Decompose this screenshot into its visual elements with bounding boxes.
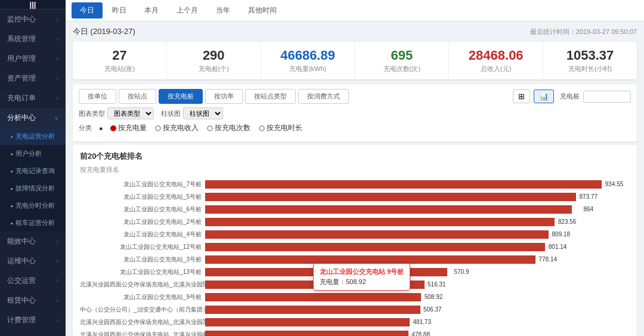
tab-custom[interactable]: 其他时间 — [240, 2, 285, 19]
sidebar-item-monitor[interactable]: 监控中心 › — [0, 10, 66, 29]
bar-fill: 570.9 — [205, 268, 447, 276]
bar-area: 778.14 — [205, 255, 630, 264]
radio-charge[interactable]: 按充电量 — [110, 123, 147, 133]
bar-row[interactable]: 龙山工业园公交充电站_9号桩508.92龙山工业园公交充电站 9号桩充电量：50… — [80, 292, 630, 303]
bar-row[interactable]: 北溪兴业园西面公交停保场充电站_北溪兴业园4号桩478.88 — [80, 329, 630, 336]
bar-area: 506.37 — [205, 306, 630, 314]
sidebar-item-order[interactable]: 充电订单 › — [0, 88, 66, 108]
bar-row[interactable]: 龙山工业园公交充电站_12号桩801.14 — [80, 242, 630, 252]
radio-label-duration: 按充电时长 — [267, 123, 302, 133]
chart-type-select[interactable]: 图表类型 柱状图 折线图 — [107, 107, 154, 119]
sub-item-icon: ▪ — [11, 185, 13, 192]
sidebar-item-car-analysis[interactable]: ▪ 租车运营分析 — [0, 214, 66, 232]
stat-value-duration: 1053.37 — [552, 48, 628, 63]
sidebar-item-charge-analysis[interactable]: ▪ 充电运营分析 — [0, 128, 66, 145]
filter-stationtype-btn[interactable]: 按站点类型 — [245, 89, 296, 104]
status-select[interactable]: 柱状图 折线图 — [183, 107, 223, 119]
sub-item-label: 充电分时分析 — [16, 201, 55, 210]
sidebar: ||| 监控中心 › 系统管理 › 用户管理 › 资产管理 › 充电订单 › 分… — [0, 0, 66, 336]
pile-search-input[interactable] — [583, 91, 631, 103]
sidebar-item-charge-split[interactable]: ▪ 充电分时分析 — [0, 197, 66, 214]
bar-fill: 478.88 — [205, 331, 408, 336]
sidebar-item-bus[interactable]: 公交运营 › — [0, 271, 66, 291]
sidebar-item-charge-record[interactable]: ▪ 充电记录查询 — [0, 162, 66, 180]
bar-label: 龙山工业园公交充电站_7号桩 — [80, 180, 205, 189]
sub-item-label: 租车运营分析 — [16, 218, 55, 227]
bar-view-btn[interactable]: 📊 — [534, 90, 554, 103]
sidebar-item-user-analysis[interactable]: ▪ 用户分析 — [0, 145, 66, 162]
tab-lastmonth[interactable]: 上个月 — [168, 2, 206, 19]
bar-row[interactable]: 龙山工业园公交充电站_5号桩873.77 — [80, 192, 630, 202]
bar-label: 龙山工业园公交充电站_6号桩 — [80, 205, 205, 214]
bar-row[interactable]: 龙山工业园公交充电站_7号桩934.55 — [80, 179, 630, 190]
bar-value-label: 809.18 — [552, 230, 571, 239]
bar-row[interactable]: 龙山工业园公交充电站_13号桩570.9 — [80, 267, 630, 278]
filter-unit-btn[interactable]: 按单位 — [79, 89, 116, 104]
sidebar-item-analysis[interactable]: 分析中心 ∨ — [0, 108, 66, 128]
sidebar-item-energy[interactable]: 能效中心 › — [0, 232, 66, 251]
sidebar-item-label: 资产管理 — [7, 73, 36, 84]
bar-label: 北溪兴业园西面公交停保场充电站_北溪兴业园5号桩 — [80, 280, 205, 289]
bar-row[interactable]: 中心（公交分公司）_治安交通中心（前乃集团）2号桩506.37 — [80, 304, 630, 315]
radio-dot-charge — [110, 125, 116, 131]
bar-fill: 506.37 — [205, 306, 420, 314]
bar-fill: 516.31 — [205, 280, 425, 289]
bar-row[interactable]: 北溪兴业园西面公交停保场充电站_北溪兴业园5号桩516.31 — [80, 279, 630, 290]
sidebar-item-billing[interactable]: 计费管理 › — [0, 310, 66, 330]
tab-today[interactable]: 今日 — [72, 2, 103, 19]
tab-month[interactable]: 本月 — [136, 2, 167, 19]
bar-label: 龙山工业园公交充电站_13号桩 — [80, 268, 205, 276]
page-title: 今日 (2019-03-27) — [73, 26, 135, 37]
bar-value-label: 481.73 — [413, 318, 431, 326]
filter-station-btn[interactable]: 按站点 — [119, 89, 156, 104]
bar-area: 823.56 — [205, 218, 630, 226]
bar-value-label: 778.14 — [538, 255, 557, 264]
tab-yesterday[interactable]: 昨日 — [104, 2, 135, 19]
stat-value-piles: 290 — [175, 48, 252, 63]
bar-row[interactable]: 龙山工业园公交充电站_3号桩778.14 — [80, 254, 630, 265]
radio-dot-count — [207, 125, 213, 131]
sidebar-item-system[interactable]: 系统管理 › — [0, 29, 66, 49]
stat-value-count: 695 — [363, 48, 440, 63]
radio-income[interactable]: 按充电收入 — [155, 123, 199, 133]
bar-fill: 823.56 — [205, 218, 555, 226]
bar-row[interactable]: 龙山工业园公交充电站_2号桩823.56 — [80, 217, 630, 227]
bar-fill: 873.77 — [205, 193, 576, 201]
table-view-btn[interactable]: ⊞ — [513, 90, 530, 103]
stat-kwh: 46686.89 充电量(kWh) — [261, 42, 355, 79]
sidebar-item-label: 公交运营 — [7, 276, 36, 286]
sidebar-item-asset[interactable]: 资产管理 › — [0, 69, 66, 88]
tab-year[interactable]: 当年 — [208, 2, 239, 19]
bar-label: 龙山工业园公交充电站_2号桩 — [80, 218, 205, 226]
filter-rate-btn[interactable]: 按功率 — [205, 89, 243, 104]
sidebar-item-operation[interactable]: 运维中心 › — [0, 251, 66, 271]
bar-row[interactable]: 北溪兴业园西面公交停保场充电站_北溪兴业园3号桩481.73 — [80, 317, 630, 328]
bar-label: 龙山工业园公交充电站_4号桩 — [80, 230, 205, 239]
filter-pile-btn[interactable]: 按充电桩 — [159, 89, 203, 104]
sidebar-item-user[interactable]: 用户管理 › — [0, 49, 66, 69]
sidebar-item-finance[interactable]: 财务管理 › — [0, 330, 66, 336]
filter-payment-btn[interactable]: 按消费方式 — [298, 89, 349, 104]
bar-chart-container: 龙山工业园公交充电站_7号桩934.55龙山工业园公交充电站_5号桩873.77… — [80, 179, 630, 336]
bar-row[interactable]: 龙山工业园公交充电站_6号桩864 — [80, 204, 630, 215]
bar-value-label: 570.9 — [454, 268, 469, 276]
radio-duration[interactable]: 按充电时长 — [259, 123, 302, 133]
sidebar-item-rental[interactable]: 租赁中心 › — [0, 291, 66, 310]
sub-item-icon: ▪ — [11, 202, 13, 209]
chevron-down-icon: ∨ — [54, 115, 58, 121]
sidebar-item-fault-analysis[interactable]: ▪ 故障情况分析 — [0, 180, 66, 197]
sub-item-label: 故障情况分析 — [16, 184, 55, 193]
bar-area: 864 — [205, 205, 630, 214]
radio-count[interactable]: 按充电次数 — [207, 123, 250, 133]
stat-label-kwh: 充电量(kWh) — [270, 64, 346, 73]
bar-value-label: 873.77 — [580, 193, 598, 201]
chevron-right-icon: › — [57, 238, 58, 245]
sidebar-item-label: 系统管理 — [7, 34, 36, 44]
bar-fill: 481.73 — [205, 318, 410, 326]
sidebar-item-label: 监控中心 — [7, 14, 36, 24]
chevron-right-icon: › — [57, 75, 58, 82]
bar-row[interactable]: 龙山工业园公交充电站_4号桩809.18 — [80, 229, 630, 240]
sidebar-item-label: 充电订单 — [7, 93, 36, 103]
sidebar-item-label: 租赁中心 — [7, 295, 36, 306]
chevron-right-icon: › — [57, 36, 58, 42]
